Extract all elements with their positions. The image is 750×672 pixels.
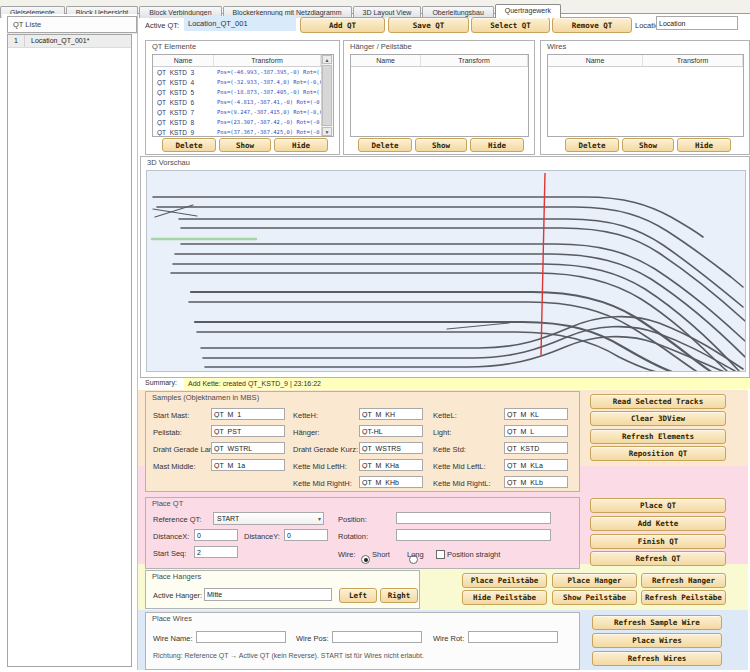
draht-lang-input[interactable] xyxy=(211,442,285,454)
read-selected-tracks-button[interactable]: Read Selected Tracks xyxy=(590,394,726,409)
delete-wires-button[interactable]: Delete xyxy=(565,138,619,152)
distancey-input[interactable] xyxy=(284,529,328,541)
column-transform[interactable]: Transform xyxy=(421,55,528,66)
ketteh-input[interactable] xyxy=(359,408,423,420)
refresh-qt-button[interactable]: Refresh QT xyxy=(590,551,726,566)
wire-name-input[interactable] xyxy=(196,631,286,643)
draht-kurz-input[interactable] xyxy=(359,442,423,454)
haenger-title: Hänger / Peilstäbe xyxy=(344,41,534,53)
qt-liste-row[interactable]: 1 Location_QT_001* xyxy=(8,35,131,48)
haenger-sample-label: Hänger: xyxy=(293,428,320,437)
active-hanger-input[interactable] xyxy=(204,588,332,601)
wire-rot-input[interactable] xyxy=(468,631,558,643)
show-peilstaebe-button[interactable]: Show Peilstäbe xyxy=(552,590,637,605)
kette-mid-righth-input[interactable] xyxy=(359,476,423,488)
select-qt-button[interactable]: Select QT xyxy=(471,17,550,33)
place-hanger-button[interactable]: Place Hanger xyxy=(552,573,637,588)
distancex-input[interactable] xyxy=(194,529,238,541)
place-qt-panel: Place QT Reference QT: START ▾ Position:… xyxy=(145,497,580,569)
show-wires-button[interactable]: Show xyxy=(622,138,674,152)
add-qt-button[interactable]: Add QT xyxy=(300,17,385,33)
wire-pos-label: Wire Pos: xyxy=(296,634,329,643)
place-hangers-title: Place Hangers xyxy=(146,571,419,583)
preview-title: 3D Vorschau xyxy=(141,157,749,169)
kettel-input[interactable] xyxy=(504,408,568,420)
refresh-hanger-button[interactable]: Refresh Hanger xyxy=(641,573,726,588)
active-qt-value: Location_QT_001 xyxy=(184,16,296,31)
column-name[interactable]: Name xyxy=(351,55,421,66)
light-label: Light: xyxy=(433,428,451,437)
list-item[interactable]: QT_KSTD_7 Pos=(9.247,-387.415,0) Rot=(-0… xyxy=(153,107,333,117)
scrollbar[interactable]: ▲ ▼ xyxy=(321,55,333,136)
reposition-qt-button[interactable]: Reposition QT xyxy=(590,446,726,461)
wires-list[interactable]: Name Transform xyxy=(547,54,744,137)
list-item[interactable]: QT_KSTD_4 Pos=(-32.933,-387.4,0) Rot=(-0… xyxy=(153,77,333,87)
preview-panel: 3D Vorschau xyxy=(140,156,750,378)
list-item[interactable]: QT_KSTD_6 Pos=(-4.813,-387.41,-0) Rot=(-… xyxy=(153,97,333,107)
track-preview-canvas[interactable] xyxy=(146,170,746,372)
list-item[interactable]: QT_KSTD_5 Pos=(-18.873,-387.405,-0) Rot=… xyxy=(153,87,333,97)
start-seq-input[interactable] xyxy=(194,546,238,558)
finish-qt-button[interactable]: Finish QT xyxy=(590,534,726,549)
list-item[interactable]: QT_KSTD_3 Pos=(-46.993,-387.395,-0) Rot=… xyxy=(153,67,333,77)
clear-3dview-button[interactable]: Clear 3DView xyxy=(590,411,726,426)
hanger-left-button[interactable]: Left xyxy=(339,588,377,603)
reference-qt-value: START xyxy=(217,515,239,522)
hide-peilstaebe-button[interactable]: Hide Peilstäbe xyxy=(462,590,547,605)
haenger-list[interactable]: Name Transform xyxy=(350,54,529,137)
tab-quertragewerk[interactable]: Quertragewerk xyxy=(495,4,561,18)
light-input[interactable] xyxy=(504,425,568,437)
save-qt-button[interactable]: Save QT xyxy=(388,17,469,33)
delete-haenger-button[interactable]: Delete xyxy=(358,138,412,152)
remove-qt-button[interactable]: Remove QT xyxy=(552,17,632,33)
show-haenger-button[interactable]: Show xyxy=(415,138,467,152)
delete-elements-button[interactable]: Delete xyxy=(162,138,216,152)
rotation-input[interactable] xyxy=(396,529,551,541)
haenger-sample-input[interactable] xyxy=(359,425,423,437)
show-elements-button[interactable]: Show xyxy=(219,138,271,152)
list-item[interactable]: QT_KSTD_9 Pos=(37.367,-387.425,0) Rot=(-… xyxy=(153,127,333,137)
samples-panel: Samples (Objektnamen in MBS) Start Mast:… xyxy=(145,391,580,492)
refresh-sample-wire-button[interactable]: Refresh Sample Wire xyxy=(592,615,722,630)
qt-liste-list[interactable]: 1 Location_QT_001* xyxy=(7,34,132,667)
hide-wires-button[interactable]: Hide xyxy=(677,138,731,152)
wire-pos-input[interactable] xyxy=(332,631,422,643)
scroll-thumb[interactable] xyxy=(322,65,332,126)
place-qt-button[interactable]: Place QT xyxy=(590,498,726,513)
wire-short-radio[interactable] xyxy=(361,555,370,564)
haenger-panel: Hänger / Peilstäbe Name Transform Delete… xyxy=(343,40,535,155)
start-mast-input[interactable] xyxy=(211,408,285,420)
kette-std-input[interactable] xyxy=(504,442,568,454)
column-name[interactable]: Name xyxy=(548,55,643,66)
reference-qt-dropdown[interactable]: START ▾ xyxy=(213,512,324,525)
column-name[interactable]: Name xyxy=(153,55,214,66)
scroll-up-icon[interactable]: ▲ xyxy=(322,55,332,64)
mast-middle-input[interactable] xyxy=(211,459,285,471)
scroll-down-icon[interactable]: ▼ xyxy=(322,127,332,136)
qt-elemente-list[interactable]: Name Transform QT_KSTD_3 Pos=(-46.993,-3… xyxy=(152,54,334,137)
kette-mid-leftl-input[interactable] xyxy=(504,459,568,471)
location-input[interactable] xyxy=(656,16,738,30)
place-peilstaebe-button[interactable]: Place Peilstäbe xyxy=(462,573,547,588)
place-hangers-panel: Place Hangers Active Hanger: Left Right xyxy=(145,570,420,609)
refresh-elements-button[interactable]: Refresh Elements xyxy=(590,429,726,444)
list-item[interactable]: QT_KSTD_8 Pos=(23.307,-387.42,-0) Rot=(-… xyxy=(153,117,333,127)
refresh-wires-button[interactable]: Refresh Wires xyxy=(592,651,722,666)
position-label: Position: xyxy=(338,515,367,524)
place-wires-button[interactable]: Place Wires xyxy=(592,633,722,648)
position-straight-checkbox[interactable] xyxy=(436,550,445,559)
hide-elements-button[interactable]: Hide xyxy=(274,138,328,152)
refresh-peilstaebe-button[interactable]: Refresh Peilstäbe xyxy=(641,590,726,605)
distancey-label: DistanceY: xyxy=(244,532,280,541)
column-transform[interactable]: Transform xyxy=(643,55,743,66)
kette-mid-lefth-input[interactable] xyxy=(359,459,423,471)
column-transform[interactable]: Transform xyxy=(214,55,321,66)
position-input[interactable] xyxy=(396,512,551,524)
kette-mid-rightl-input[interactable] xyxy=(504,476,568,488)
hanger-right-button[interactable]: Right xyxy=(380,588,418,603)
add-kette-button[interactable]: Add Kette xyxy=(590,516,726,531)
kette-std-label: Kette Std: xyxy=(433,445,466,454)
position-straight-label: Position straight xyxy=(447,550,500,559)
peilstab-input[interactable] xyxy=(211,425,285,437)
hide-haenger-button[interactable]: Hide xyxy=(470,138,524,152)
